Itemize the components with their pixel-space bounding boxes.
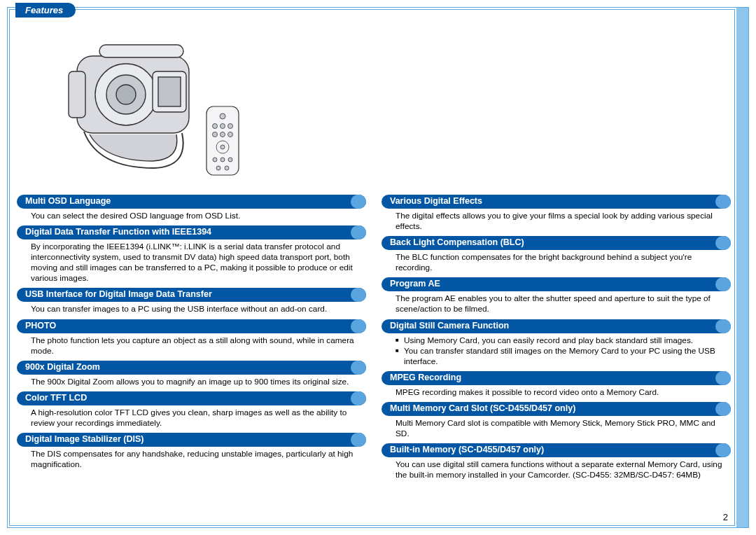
feature-body: You can select the desired OSD language …	[17, 211, 366, 221]
svg-point-19	[220, 158, 225, 162]
feature-title: USB Interface for Digital Image Data Tra…	[25, 289, 212, 299]
feature-title: Back Light Compensation (BLC)	[390, 237, 524, 247]
feature-multi-osd: Multi OSD Language You can select the de…	[17, 195, 366, 221]
svg-point-12	[228, 124, 233, 129]
feature-title: Digital Image Stabilizer (DIS)	[25, 434, 144, 444]
feature-title: Multi Memory Card Slot (SC-D455/D457 onl…	[390, 403, 575, 413]
feature-title: Program AE	[390, 279, 440, 289]
feature-title: Color TFT LCD	[25, 393, 87, 403]
svg-point-22	[225, 166, 229, 170]
feature-body: You can transfer images to a PC using th…	[17, 304, 366, 314]
list-item: Using Memory Card, you can easily record…	[396, 335, 725, 346]
svg-rect-5	[99, 45, 183, 57]
list-item: You can transfer standard still images o…	[396, 346, 725, 367]
page-number: 2	[723, 512, 728, 522]
svg-rect-1	[69, 71, 85, 118]
feature-title: Multi OSD Language	[25, 196, 111, 206]
camcorder-illustration	[49, 28, 245, 189]
svg-point-14	[220, 132, 225, 137]
svg-point-10	[213, 124, 218, 129]
svg-point-4	[116, 85, 136, 104]
svg-point-11	[220, 124, 225, 129]
svg-point-9	[220, 113, 225, 119]
feature-multi-card: Multi Memory Card Slot (SC-D455/D457 onl…	[382, 402, 731, 439]
feature-ieee1394: Digital Data Transfer Function with IEEE…	[17, 225, 366, 284]
feature-body: By incorporating the IEEE1394 (i.LINK™: …	[17, 242, 366, 284]
svg-rect-7	[158, 77, 181, 106]
feature-zoom: 900x Digital Zoom The 900x Digital Zoom …	[17, 361, 366, 387]
feature-body: The DIS compensates for any handshake, r…	[17, 449, 366, 470]
feature-body: The digital effects allows you to give y…	[382, 211, 731, 232]
svg-point-21	[216, 166, 220, 170]
svg-point-18	[213, 158, 217, 162]
features-columns: Multi OSD Language You can select the de…	[17, 195, 731, 521]
feature-tft: Color TFT LCD A high-resolution color TF…	[17, 391, 366, 429]
feature-builtin-memory: Built-in Memory (SC-D455/D457 only) You …	[382, 443, 731, 480]
feature-body: The photo function lets you capture an o…	[17, 335, 366, 356]
feature-program-ae: Program AE The program AE enables you to…	[382, 277, 731, 314]
section-tab: Features	[15, 3, 76, 18]
feature-dis: Digital Image Stabilizer (DIS) The DIS c…	[17, 433, 366, 470]
feature-effects: Various Digital Effects The digital effe…	[382, 195, 731, 232]
feature-body: The program AE enables you to alter the …	[382, 293, 731, 314]
feature-title: PHOTO	[25, 321, 56, 331]
svg-point-17	[220, 145, 225, 149]
feature-title: Built-in Memory (SC-D455/D457 only)	[390, 445, 544, 454]
feature-blc: Back Light Compensation (BLC) The BLC fu…	[382, 236, 731, 273]
feature-title: Digital Still Camera Function	[390, 321, 509, 331]
feature-still-camera: Digital Still Camera Function Using Memo…	[382, 319, 731, 367]
feature-body: Multi Memory Card slot is compatible wit…	[382, 418, 731, 439]
feature-body: Using Memory Card, you can easily record…	[382, 335, 731, 367]
left-column: Multi OSD Language You can select the de…	[17, 195, 366, 521]
feature-usb: USB Interface for Digital Image Data Tra…	[17, 288, 366, 314]
feature-body: You can use digital still camera functio…	[382, 459, 731, 480]
svg-point-20	[228, 158, 232, 162]
svg-point-13	[213, 132, 218, 137]
feature-title: Digital Data Transfer Function with IEEE…	[25, 227, 211, 237]
feature-title: MPEG Recording	[390, 373, 461, 382]
feature-photo: PHOTO The photo function lets you captur…	[17, 319, 366, 356]
feature-title: Various Digital Effects	[390, 196, 482, 206]
feature-body: The 900x Digital Zoom allows you to magn…	[17, 377, 366, 387]
right-column: Various Digital Effects The digital effe…	[382, 195, 731, 521]
feature-title: 900x Digital Zoom	[25, 362, 100, 372]
feature-mpeg: MPEG Recording MPEG recording makes it p…	[382, 371, 731, 398]
feature-body: MPEG recording makes it possible to reco…	[382, 387, 731, 398]
svg-point-15	[228, 132, 233, 137]
feature-body: A high-resolution color TFT LCD gives yo…	[17, 408, 366, 429]
feature-body: The BLC function compensates for the bri…	[382, 252, 731, 273]
